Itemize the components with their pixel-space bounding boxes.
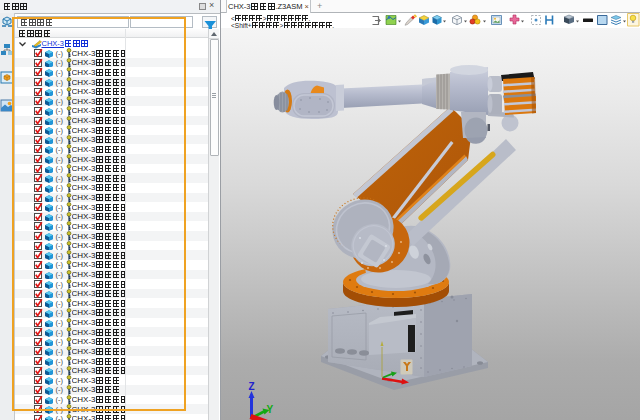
svg-text:Z: Z [249, 381, 255, 392]
svg-text:Y: Y [267, 404, 274, 415]
